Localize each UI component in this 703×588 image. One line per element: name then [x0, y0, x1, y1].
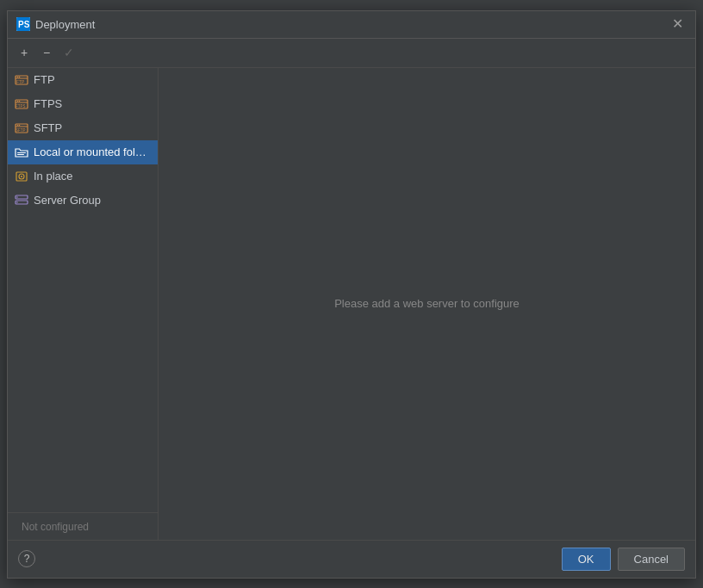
server-item-servergroup[interactable]: Server Group [8, 189, 158, 213]
cancel-button[interactable]: Cancel [618, 548, 685, 571]
ftp-icon: FTP [15, 73, 28, 87]
toolbar: + − ✓ [8, 39, 695, 68]
sftp-icon: SFTP [15, 121, 28, 135]
left-panel: FTP FTP FTPS [8, 68, 159, 540]
placeholder-message: Please add a web server to configure [334, 297, 519, 310]
server-item-inplace[interactable]: In place [8, 164, 158, 189]
app-icon: PS [16, 17, 30, 31]
ftps-icon: FTPS [15, 97, 28, 111]
not-configured-text: Not configured [15, 517, 96, 536]
sftp-label: SFTP [34, 121, 62, 134]
servergroup-icon [15, 194, 28, 207]
svg-point-21 [21, 176, 22, 177]
ftps-label: FTPS [34, 97, 62, 110]
server-item-ftps[interactable]: FTPS FTPS [8, 92, 158, 116]
svg-text:FTPS: FTPS [16, 104, 26, 108]
svg-point-5 [19, 76, 21, 77]
help-button[interactable]: ? [18, 550, 35, 567]
title-bar: PS Deployment ✕ [8, 11, 695, 39]
local-folder-icon [15, 145, 28, 159]
content-area: FTP FTP FTPS [8, 68, 695, 540]
not-configured-section: Not configured [8, 512, 158, 540]
title-bar-left: PS Deployment [16, 17, 95, 31]
close-button[interactable]: ✕ [669, 15, 687, 33]
footer-left: ? [18, 550, 555, 567]
right-panel: Please add a web server to configure [159, 68, 695, 540]
server-list: FTP FTP FTPS [8, 68, 158, 512]
svg-text:FTP: FTP [16, 79, 25, 84]
svg-point-25 [16, 201, 18, 203]
svg-point-24 [16, 196, 18, 198]
svg-point-4 [17, 76, 19, 77]
server-item-local[interactable]: Local or mounted folder [8, 140, 158, 164]
svg-rect-18 [17, 154, 24, 155]
svg-text:PS: PS [18, 20, 30, 29]
svg-point-14 [17, 124, 19, 126]
dialog-title: Deployment [35, 18, 95, 31]
svg-point-10 [19, 100, 21, 102]
remove-button[interactable]: − [37, 43, 56, 62]
deployment-dialog: PS Deployment ✕ + − ✓ [7, 10, 696, 579]
ftp-label: FTP [34, 73, 55, 86]
server-item-sftp[interactable]: SFTP SFTP [8, 116, 158, 140]
add-button[interactable]: + [15, 43, 34, 62]
dialog-footer: ? OK Cancel [8, 540, 695, 578]
check-button[interactable]: ✓ [59, 43, 78, 62]
svg-rect-17 [17, 152, 26, 153]
svg-point-15 [19, 124, 21, 126]
ok-button[interactable]: OK [562, 548, 611, 571]
server-item-ftp[interactable]: FTP FTP [8, 68, 158, 92]
inplace-label: In place [34, 170, 73, 183]
local-label: Local or mounted folder [34, 145, 151, 158]
svg-point-9 [17, 100, 19, 102]
svg-text:SFTP: SFTP [16, 128, 26, 133]
servergroup-label: Server Group [34, 194, 101, 207]
inplace-icon [15, 170, 28, 183]
